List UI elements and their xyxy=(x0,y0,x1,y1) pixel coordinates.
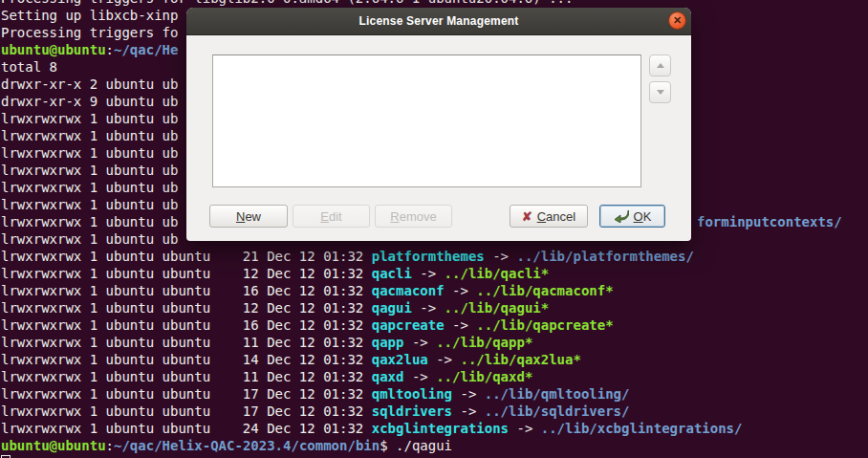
terminal-line: lrwxrwxrwx 1 ubuntu ub xyxy=(1,162,178,179)
terminal-line: lrwxrwxrwx 1 ubuntu ub xyxy=(1,230,178,248)
cancel-button-label: Cancel xyxy=(537,209,575,224)
terminal-line: lrwxrwxrwx 1 ubuntu ubuntu 14 Dec 12 01:… xyxy=(1,351,581,368)
terminal-line: total 8 xyxy=(1,58,57,76)
close-icon[interactable]: ✕ xyxy=(668,11,686,30)
terminal-line: lrwxrwxrwx 1 ubuntu ub xyxy=(1,144,178,162)
terminal-line: lrwxrwxrwx 1 ubuntu ub xyxy=(1,127,178,144)
terminal-line xyxy=(1,454,11,458)
green-enter-arrow-icon xyxy=(614,209,629,223)
terminal-line: lrwxrwxrwx 1 ubuntu ubuntu 11 Dec 12 01:… xyxy=(1,334,532,351)
terminal-line: Processing triggers for libglib2.0-0:amd… xyxy=(1,0,573,7)
new-button-label: New xyxy=(236,209,261,224)
terminal-line: ubuntu@ubuntu:~/qac/He xyxy=(1,41,178,58)
terminal-line: Setting up libxcb-xinp xyxy=(1,7,178,24)
terminal-line: ubuntu@ubuntu:~/qac/Helix-QAC-2023.4/com… xyxy=(1,437,452,454)
terminal-line: lrwxrwxrwx 1 ubuntu ub xyxy=(1,110,178,127)
terminal-line: lrwxrwxrwx 1 ubuntu ubforminputcontexts/ xyxy=(1,213,178,230)
edit-button: Edit xyxy=(293,205,370,228)
move-up-button[interactable] xyxy=(649,55,671,76)
up-triangle-icon xyxy=(657,63,664,68)
terminal-line: lrwxrwxrwx 1 ubuntu ubuntu 17 Dec 12 01:… xyxy=(1,403,629,420)
ok-button[interactable]: OK xyxy=(599,205,665,228)
move-down-button[interactable] xyxy=(649,81,671,103)
terminal-line: lrwxrwxrwx 1 ubuntu ubuntu 24 Dec 12 01:… xyxy=(1,420,742,437)
terminal-line: drwxr-xr-x 9 ubuntu ub xyxy=(1,93,178,110)
dialog-title: License Server Management xyxy=(358,14,518,28)
license-server-management-dialog: License Server Management ✕ New Edit Rem… xyxy=(186,8,691,241)
terminal-line: drwxr-xr-x 2 ubuntu ub xyxy=(1,76,178,93)
red-x-icon: ✘ xyxy=(522,209,532,224)
remove-button-label: Remove xyxy=(390,209,436,224)
cancel-button[interactable]: ✘Cancel xyxy=(510,205,588,228)
terminal-line: lrwxrwxrwx 1 ubuntu ubuntu 12 Dec 12 01:… xyxy=(1,299,549,316)
terminal-line: Processing triggers fo xyxy=(1,24,178,41)
terminal-line: lrwxrwxrwx 1 ubuntu ubuntu 12 Dec 12 01:… xyxy=(1,265,549,282)
terminal-line: lrwxrwxrwx 1 ubuntu ubuntu 16 Dec 12 01:… xyxy=(1,316,614,334)
license-server-list[interactable] xyxy=(212,55,641,187)
terminal-line: lrwxrwxrwx 1 ubuntu ubuntu 11 Dec 12 01:… xyxy=(1,368,532,385)
terminal-line: lrwxrwxrwx 1 ubuntu ub xyxy=(1,196,178,213)
new-button[interactable]: New xyxy=(209,205,288,228)
terminal-line: lrwxrwxrwx 1 ubuntu ubuntu 17 Dec 12 01:… xyxy=(1,385,629,403)
terminal-line: lrwxrwxrwx 1 ubuntu ubuntu 21 Dec 12 01:… xyxy=(1,248,694,265)
edit-button-label: Edit xyxy=(320,209,341,224)
remove-button: Remove xyxy=(375,205,452,228)
terminal-line: lrwxrwxrwx 1 ubuntu ubuntu 16 Dec 12 01:… xyxy=(1,282,614,299)
down-triangle-icon xyxy=(657,90,664,95)
terminal-line: lrwxrwxrwx 1 ubuntu ub xyxy=(1,179,178,196)
terminal-window: Processing triggers for libglib2.0-0:amd… xyxy=(0,0,868,458)
dialog-titlebar[interactable]: License Server Management ✕ xyxy=(186,8,691,35)
ok-button-label: OK xyxy=(634,209,652,224)
